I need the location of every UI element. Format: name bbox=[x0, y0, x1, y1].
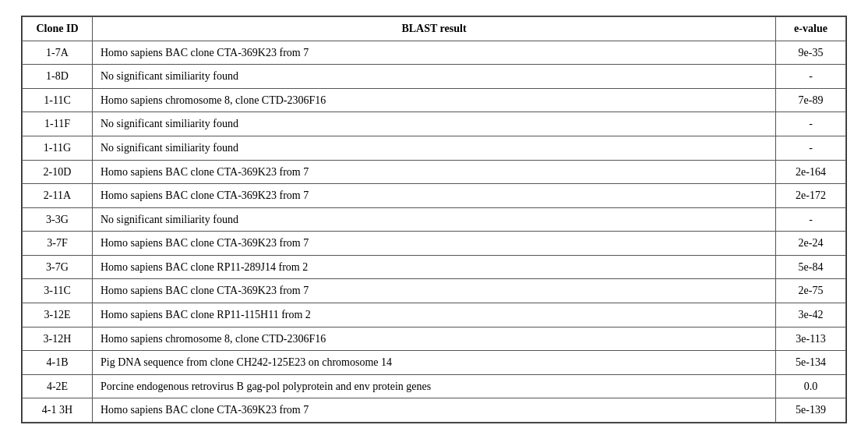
blast-result-cell: Homo sapiens BAC clone RP11-115H11 from … bbox=[93, 303, 776, 327]
clone-id-cell: 2-10D bbox=[23, 160, 93, 184]
table-row: 1-7AHomo sapiens BAC clone CTA-369K23 fr… bbox=[23, 41, 846, 65]
e-value-cell: 3e-42 bbox=[776, 303, 846, 327]
table-row: 1-11FNo significant similiarity found- bbox=[23, 112, 846, 136]
table-row: 1-11GNo significant similiarity found- bbox=[23, 136, 846, 160]
e-value-cell: 5e-134 bbox=[776, 351, 846, 375]
blast-result-cell: Homo sapiens BAC clone CTA-369K23 from 7 bbox=[93, 232, 776, 256]
clone-id-cell: 1-7A bbox=[23, 41, 93, 65]
table-row: 3-7GHomo sapiens BAC clone RP11-289J14 f… bbox=[23, 255, 846, 279]
clone-id-cell: 4-1B bbox=[23, 351, 93, 375]
blast-result-cell: Pig DNA sequence from clone CH242-125E23… bbox=[93, 351, 776, 375]
blast-result-cell: Homo sapiens BAC clone RP11-289J14 from … bbox=[93, 255, 776, 279]
blast-result-cell: Homo sapiens BAC clone CTA-369K23 from 7 bbox=[93, 279, 776, 303]
table-row: 4-1BPig DNA sequence from clone CH242-12… bbox=[23, 351, 846, 375]
clone-id-cell: 3-12H bbox=[23, 327, 93, 351]
table-header-row: Clone ID BLAST result e-value bbox=[23, 16, 846, 41]
table-row: 1-11CHomo sapiens chromosome 8, clone CT… bbox=[23, 88, 846, 112]
clone-id-cell: 1-8D bbox=[23, 65, 93, 89]
clone-id-cell: 3-7G bbox=[23, 255, 93, 279]
e-value-cell: 0.0 bbox=[776, 374, 846, 398]
blast-result-cell: Homo sapiens BAC clone CTA-369K23 from 7 bbox=[93, 184, 776, 208]
main-table-wrapper: Clone ID BLAST result e-value 1-7AHomo s… bbox=[21, 16, 847, 423]
blast-result-cell: No significant similiarity found bbox=[93, 112, 776, 136]
e-value-cell: 3e-113 bbox=[776, 327, 846, 351]
e-value-cell: - bbox=[776, 112, 846, 136]
table-row: 3-12EHomo sapiens BAC clone RP11-115H11 … bbox=[23, 303, 846, 327]
e-value-cell: 2e-172 bbox=[776, 184, 846, 208]
clone-id-cell: 1-11C bbox=[23, 88, 93, 112]
table-row: 3-12HHomo sapiens chromosome 8, clone CT… bbox=[23, 327, 846, 351]
e-value-cell: 2e-164 bbox=[776, 160, 846, 184]
blast-results-table: Clone ID BLAST result e-value 1-7AHomo s… bbox=[22, 16, 846, 423]
blast-result-cell: No significant similiarity found bbox=[93, 136, 776, 160]
clone-id-cell: 3-12E bbox=[23, 303, 93, 327]
e-value-cell: 9e-35 bbox=[776, 41, 846, 65]
clone-id-cell: 2-11A bbox=[23, 184, 93, 208]
clone-id-cell: 4-2E bbox=[23, 374, 93, 398]
blast-result-cell: Homo sapiens BAC clone CTA-369K23 from 7 bbox=[93, 41, 776, 65]
table-row: 4-2EPorcine endogenous retrovirus B gag-… bbox=[23, 374, 846, 398]
blast-result-cell: Porcine endogenous retrovirus B gag-pol … bbox=[93, 374, 776, 398]
table-row: 4-1 3HHomo sapiens BAC clone CTA-369K23 … bbox=[23, 398, 846, 423]
blast-result-cell: Homo sapiens chromosome 8, clone CTD-230… bbox=[93, 327, 776, 351]
blast-result-cell: Homo sapiens BAC clone CTA-369K23 from 7 bbox=[93, 398, 776, 423]
clone-id-cell: 3-7F bbox=[23, 232, 93, 256]
e-value-cell: 5e-139 bbox=[776, 398, 846, 423]
clone-id-cell: 1-11F bbox=[23, 112, 93, 136]
blast-result-cell: No significant similiarity found bbox=[93, 207, 776, 232]
clone-id-cell: 3-11C bbox=[23, 279, 93, 303]
table-row: 2-11AHomo sapiens BAC clone CTA-369K23 f… bbox=[23, 184, 846, 208]
e-value-cell: 2e-24 bbox=[776, 232, 846, 256]
table-row: 1-8DNo significant similiarity found- bbox=[23, 65, 846, 89]
blast-result-cell: Homo sapiens chromosome 8, clone CTD-230… bbox=[93, 88, 776, 112]
e-value-cell: - bbox=[776, 136, 846, 160]
blast-result-cell: Homo sapiens BAC clone CTA-369K23 from 7 bbox=[93, 160, 776, 184]
e-value-header: e-value bbox=[776, 16, 846, 41]
e-value-cell: - bbox=[776, 207, 846, 232]
clone-id-cell: 1-11G bbox=[23, 136, 93, 160]
clone-id-header: Clone ID bbox=[23, 16, 93, 41]
table-row: 3-3GNo significant similiarity found- bbox=[23, 207, 846, 232]
e-value-cell: 5e-84 bbox=[776, 255, 846, 279]
e-value-cell: 7e-89 bbox=[776, 88, 846, 112]
blast-result-cell: No significant similiarity found bbox=[93, 65, 776, 89]
clone-id-cell: 4-1 3H bbox=[23, 398, 93, 423]
table-row: 3-11CHomo sapiens BAC clone CTA-369K23 f… bbox=[23, 279, 846, 303]
table-row: 3-7FHomo sapiens BAC clone CTA-369K23 fr… bbox=[23, 232, 846, 256]
e-value-cell: - bbox=[776, 65, 846, 89]
table-row: 2-10DHomo sapiens BAC clone CTA-369K23 f… bbox=[23, 160, 846, 184]
e-value-cell: 2e-75 bbox=[776, 279, 846, 303]
clone-id-cell: 3-3G bbox=[23, 207, 93, 232]
blast-result-header: BLAST result bbox=[93, 16, 776, 41]
